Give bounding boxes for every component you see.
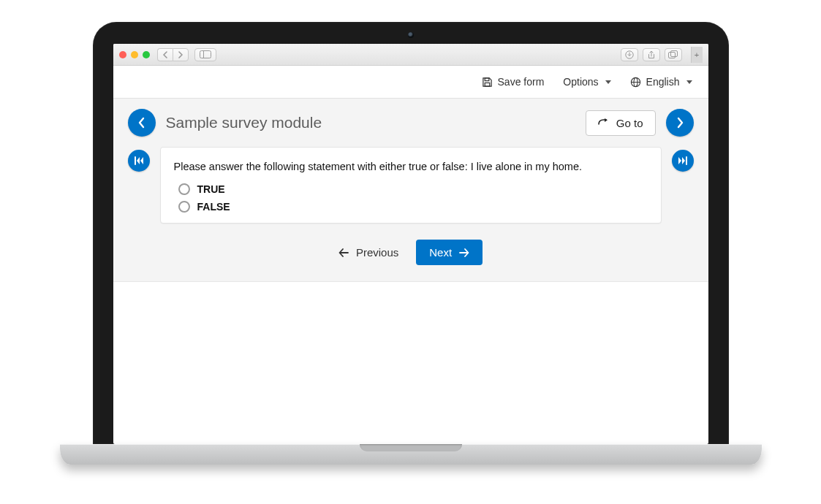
share-icon — [647, 50, 656, 59]
radio-icon — [178, 201, 190, 213]
previous-button[interactable]: Previous — [338, 246, 398, 259]
arrow-right-icon — [459, 248, 469, 257]
save-icon — [482, 77, 493, 88]
camera-dot — [408, 32, 414, 38]
title-row: Sample survey module Go to — [128, 109, 694, 137]
nav-next-button[interactable] — [666, 109, 694, 137]
skip-back-icon — [134, 156, 144, 165]
previous-label: Previous — [356, 246, 398, 259]
screen: + Save form Options — [113, 44, 708, 444]
caret-down-icon — [686, 80, 692, 84]
survey-area: Sample survey module Go to — [113, 99, 708, 282]
save-form-label: Save form — [498, 76, 545, 88]
question-row: Please answer the following statement wi… — [128, 147, 694, 224]
svg-rect-3 — [669, 53, 676, 58]
share-button[interactable] — [643, 48, 660, 61]
arrow-left-icon — [338, 248, 349, 257]
nav-prev-button[interactable] — [128, 109, 156, 137]
browser-chrome: + — [113, 44, 708, 66]
skip-forward-icon — [678, 156, 688, 165]
laptop-frame: + Save form Options — [60, 22, 762, 465]
close-window-icon[interactable] — [119, 51, 126, 58]
chevron-right-icon — [675, 117, 685, 129]
goto-button[interactable]: Go to — [586, 110, 656, 136]
next-button[interactable]: Next — [416, 240, 483, 265]
forward-button[interactable] — [173, 48, 189, 61]
chevron-right-icon — [178, 51, 184, 58]
jump-last-button[interactable] — [672, 150, 694, 172]
nav-buttons — [157, 48, 189, 61]
svg-rect-4 — [671, 51, 678, 57]
page-toolbar: Save form Options English — [113, 66, 708, 99]
options-label: Options — [563, 76, 598, 88]
option-true[interactable]: TRUE — [178, 183, 648, 195]
option-label: TRUE — [197, 183, 225, 195]
survey-title: Sample survey module — [166, 114, 575, 131]
question-text: Please answer the following statement wi… — [174, 159, 648, 175]
chevron-left-icon — [137, 117, 147, 129]
options-list: TRUE FALSE — [174, 183, 648, 213]
new-tab-button[interactable]: + — [691, 47, 703, 63]
jump-first-button[interactable] — [128, 150, 150, 172]
minimize-window-icon[interactable] — [131, 51, 138, 58]
back-button[interactable] — [157, 48, 173, 61]
question-card: Please answer the following statement wi… — [160, 147, 662, 224]
chevron-left-icon — [162, 51, 168, 58]
laptop-deck — [60, 444, 762, 465]
chrome-right-controls: + — [621, 47, 703, 63]
page: Save form Options English — [113, 66, 708, 444]
laptop-lid: + Save form Options — [93, 22, 729, 444]
download-icon — [625, 50, 634, 59]
goto-arrow-icon — [598, 118, 609, 128]
caret-down-icon — [605, 80, 611, 84]
option-label: FALSE — [197, 201, 230, 213]
tabs-icon — [668, 50, 678, 58]
goto-label: Go to — [616, 117, 643, 129]
window-controls — [119, 51, 150, 58]
language-dropdown[interactable]: English — [630, 76, 692, 88]
options-dropdown[interactable]: Options — [563, 76, 610, 88]
sidebar-toggle-button[interactable] — [194, 48, 216, 61]
tabs-button[interactable] — [665, 48, 682, 61]
pager: Previous Next — [128, 240, 694, 265]
downloads-button[interactable] — [621, 48, 638, 61]
save-form-button[interactable]: Save form — [482, 76, 545, 88]
language-label: English — [646, 76, 680, 88]
svg-rect-5 — [485, 77, 489, 80]
radio-icon — [178, 183, 190, 195]
globe-icon — [630, 77, 641, 88]
maximize-window-icon[interactable] — [143, 51, 150, 58]
sidebar-icon — [200, 50, 211, 58]
svg-rect-6 — [485, 83, 490, 86]
svg-rect-0 — [200, 51, 211, 58]
next-label: Next — [429, 246, 452, 259]
option-false[interactable]: FALSE — [178, 201, 648, 213]
